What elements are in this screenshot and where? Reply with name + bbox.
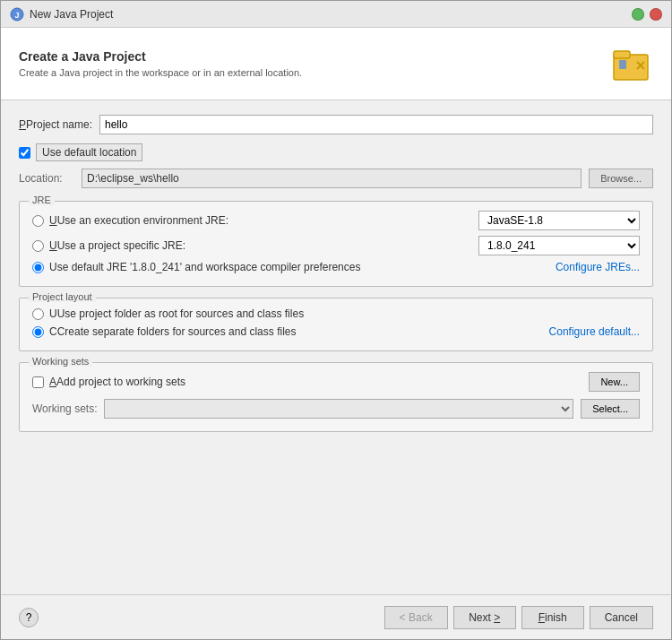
dialog-title: Create a Java Project — [19, 49, 302, 64]
header-section: Create a Java Project Create a Java proj… — [1, 28, 671, 100]
header-text: Create a Java Project Create a Java proj… — [19, 49, 302, 78]
project-name-input[interactable] — [99, 115, 653, 134]
project-name-row: PProject name: — [19, 115, 653, 134]
layout-option2-row: CCreate separate folders for sources and… — [32, 325, 640, 338]
use-default-location-label[interactable]: Use default location — [36, 143, 142, 161]
use-default-location-checkbox[interactable] — [19, 147, 30, 159]
jre-option1-label: UUse an execution environment JRE: — [49, 214, 478, 227]
jre-option3-radio[interactable] — [32, 262, 44, 273]
jre-option3-label: Use default JRE '1.8.0_241' and workspac… — [49, 261, 360, 273]
working-sets-label: Working sets: — [32, 402, 104, 415]
dialog-subtitle: Create a Java project in the workspace o… — [19, 67, 302, 78]
next-button[interactable]: Next > — [453, 606, 516, 629]
footer-left: ? — [19, 608, 39, 627]
new-working-set-button[interactable]: New... — [589, 372, 640, 392]
location-input[interactable] — [82, 169, 582, 188]
layout-option1-radio[interactable] — [32, 308, 44, 320]
jre-option1-radio[interactable] — [32, 215, 44, 227]
working-sets-group-label: Working sets — [29, 356, 92, 367]
jre-option2-radio[interactable] — [32, 240, 44, 252]
java-icon: J — [10, 7, 24, 22]
project-layout-group-label: Project layout — [29, 291, 96, 302]
jre-option2-dropdown[interactable]: 1.8.0_241 11.0.10 17.0.1 — [478, 236, 640, 255]
jre-option3-row: Use default JRE '1.8.0_241' and workspac… — [32, 261, 640, 273]
configure-default-link[interactable]: Configure default... — [549, 325, 640, 338]
close-button[interactable] — [650, 8, 662, 21]
add-to-working-sets-checkbox[interactable] — [32, 376, 44, 388]
location-row: Location: Browse... — [19, 169, 653, 188]
add-to-working-sets-row: AAdd project to working sets New... — [32, 372, 640, 392]
help-button[interactable]: ? — [19, 608, 39, 627]
jre-option1-dropdown[interactable]: JavaSE-1.8 JavaSE-11 JavaSE-17 — [478, 211, 640, 230]
project-name-label: PProject name: — [19, 118, 99, 131]
add-to-working-sets-label: AAdd project to working sets — [49, 376, 589, 388]
working-sets-group: Working sets AAdd project to working set… — [19, 362, 653, 432]
layout-option1-row: UUse project folder as root for sources … — [32, 307, 640, 320]
location-label: Location: — [19, 172, 82, 185]
svg-rect-4 — [619, 60, 626, 69]
configure-jres-link[interactable]: Configure JREs... — [556, 261, 640, 273]
main-window: J New Java Project Create a Java Project… — [0, 0, 672, 640]
jre-option2-label: UUse a project specific JRE: — [49, 239, 478, 252]
jre-option1-row: UUse an execution environment JRE: JavaS… — [32, 211, 640, 230]
title-bar: J New Java Project — [1, 1, 671, 28]
layout-option2-label: CCreate separate folders for sources and… — [49, 325, 296, 338]
window-title: New Java Project — [30, 8, 113, 21]
working-sets-dropdown[interactable] — [104, 399, 573, 419]
cancel-button[interactable]: Cancel — [590, 606, 653, 629]
jre-group-label: JRE — [29, 195, 55, 205]
layout-option1-label: UUse project folder as root for sources … — [49, 307, 304, 320]
content-area: PProject name: Use default location Loca… — [1, 100, 671, 594]
finish-button[interactable]: Finish — [521, 606, 584, 629]
svg-text:J: J — [14, 11, 19, 20]
back-button[interactable]: < Back — [384, 606, 448, 629]
use-default-location-row: Use default location — [19, 143, 653, 161]
working-sets-dropdown-row: Working sets: Select... — [32, 399, 640, 419]
footer-buttons: < Back Next > Finish Cancel — [384, 606, 653, 629]
project-layout-group: Project layout UUse project folder as ro… — [19, 298, 653, 351]
svg-rect-3 — [614, 51, 630, 58]
jre-option2-row: UUse a project specific JRE: 1.8.0_241 1… — [32, 236, 640, 255]
footer: ? < Back Next > Finish Cancel — [1, 594, 671, 639]
browse-button[interactable]: Browse... — [589, 169, 653, 188]
jre-group: JRE UUse an execution environment JRE: J… — [19, 201, 653, 287]
window-controls — [632, 8, 662, 21]
minimize-button[interactable] — [632, 8, 644, 21]
header-icon — [610, 42, 653, 85]
select-working-set-button[interactable]: Select... — [581, 399, 640, 419]
layout-option2-radio[interactable] — [32, 326, 44, 338]
